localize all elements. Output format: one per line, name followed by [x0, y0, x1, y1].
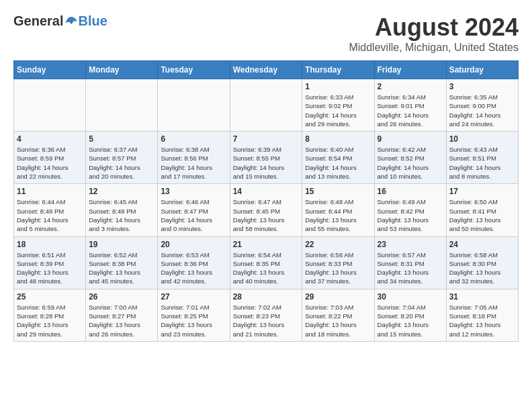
logo: General Blue [13, 13, 107, 29]
day-number: 26 [89, 292, 154, 302]
calendar-cell: 6Sunrise: 6:38 AM Sunset: 8:56 PM Daylig… [158, 132, 230, 184]
day-info: Sunrise: 6:42 AM Sunset: 8:52 PM Dayligh… [378, 145, 443, 181]
day-number: 3 [449, 82, 515, 91]
day-number: 19 [89, 240, 154, 249]
calendar-cell: 23Sunrise: 6:57 AM Sunset: 8:31 PM Dayli… [374, 236, 446, 289]
day-number: 5 [89, 134, 154, 144]
day-info: Sunrise: 6:36 AM Sunset: 8:59 PM Dayligh… [17, 145, 83, 181]
day-info: Sunrise: 6:56 AM Sunset: 8:33 PM Dayligh… [305, 250, 371, 286]
day-info: Sunrise: 7:05 AM Sunset: 8:18 PM Dayligh… [449, 303, 515, 338]
calendar-cell: 9Sunrise: 6:42 AM Sunset: 8:52 PM Daylig… [374, 132, 446, 184]
calendar-cell: 20Sunrise: 6:53 AM Sunset: 8:36 PM Dayli… [158, 236, 230, 289]
day-info: Sunrise: 6:45 AM Sunset: 8:48 PM Dayligh… [89, 197, 154, 233]
day-info: Sunrise: 6:39 AM Sunset: 8:55 PM Dayligh… [233, 145, 300, 181]
day-info: Sunrise: 6:58 AM Sunset: 8:30 PM Dayligh… [449, 250, 515, 286]
calendar-cell: 15Sunrise: 6:48 AM Sunset: 8:44 PM Dayli… [302, 184, 374, 236]
weekday-header-saturday: Saturday [446, 61, 518, 79]
day-info: Sunrise: 6:46 AM Sunset: 8:47 PM Dayligh… [161, 197, 226, 233]
calendar-cell: 10Sunrise: 6:43 AM Sunset: 8:51 PM Dayli… [446, 132, 518, 184]
day-info: Sunrise: 7:04 AM Sunset: 8:20 PM Dayligh… [378, 303, 443, 338]
day-number: 15 [305, 187, 371, 196]
day-info: Sunrise: 6:38 AM Sunset: 8:56 PM Dayligh… [161, 145, 226, 181]
day-number: 23 [378, 240, 443, 249]
day-number: 16 [378, 187, 443, 196]
calendar-cell: 14Sunrise: 6:47 AM Sunset: 8:45 PM Dayli… [230, 184, 302, 236]
day-info: Sunrise: 6:40 AM Sunset: 8:54 PM Dayligh… [305, 145, 371, 181]
day-number: 21 [233, 240, 300, 249]
calendar-cell [86, 79, 158, 132]
day-info: Sunrise: 6:51 AM Sunset: 8:39 PM Dayligh… [17, 250, 83, 286]
day-number: 8 [305, 134, 371, 144]
calendar-week-row: 1Sunrise: 6:33 AM Sunset: 9:02 PM Daylig… [14, 79, 519, 132]
calendar-cell: 16Sunrise: 6:49 AM Sunset: 8:42 PM Dayli… [374, 184, 446, 236]
day-info: Sunrise: 6:34 AM Sunset: 9:01 PM Dayligh… [378, 93, 443, 128]
weekday-header-sunday: Sunday [14, 61, 86, 79]
day-info: Sunrise: 6:33 AM Sunset: 9:02 PM Dayligh… [305, 93, 371, 128]
calendar-cell: 4Sunrise: 6:36 AM Sunset: 8:59 PM Daylig… [14, 132, 86, 184]
day-info: Sunrise: 6:59 AM Sunset: 8:28 PM Dayligh… [17, 303, 83, 338]
calendar-cell: 12Sunrise: 6:45 AM Sunset: 8:48 PM Dayli… [86, 184, 158, 236]
weekday-header-monday: Monday [86, 61, 158, 79]
calendar-cell: 17Sunrise: 6:50 AM Sunset: 8:41 PM Dayli… [446, 184, 518, 236]
month-title: August 2024 [349, 13, 519, 42]
calendar-table: SundayMondayTuesdayWednesdayThursdayFrid… [13, 60, 519, 342]
calendar-cell: 27Sunrise: 7:01 AM Sunset: 8:25 PM Dayli… [158, 289, 230, 341]
day-info: Sunrise: 6:37 AM Sunset: 8:57 PM Dayligh… [89, 145, 154, 181]
day-number: 28 [233, 292, 300, 302]
day-number: 2 [378, 82, 443, 91]
calendar-cell: 28Sunrise: 7:02 AM Sunset: 8:23 PM Dayli… [230, 289, 302, 341]
location: Middleville, Michigan, United States [349, 42, 519, 54]
day-number: 27 [161, 292, 226, 302]
day-number: 17 [449, 187, 515, 196]
day-number: 31 [449, 292, 515, 302]
day-info: Sunrise: 6:48 AM Sunset: 8:44 PM Dayligh… [305, 197, 371, 233]
day-number: 25 [17, 292, 83, 302]
weekday-header-row: SundayMondayTuesdayWednesdayThursdayFrid… [14, 61, 519, 79]
weekday-header-wednesday: Wednesday [230, 61, 302, 79]
day-number: 22 [305, 240, 371, 249]
calendar-cell: 13Sunrise: 6:46 AM Sunset: 8:47 PM Dayli… [158, 184, 230, 236]
calendar-cell: 8Sunrise: 6:40 AM Sunset: 8:54 PM Daylig… [302, 132, 374, 184]
day-number: 13 [161, 187, 226, 196]
calendar-cell: 30Sunrise: 7:04 AM Sunset: 8:20 PM Dayli… [374, 289, 446, 341]
day-info: Sunrise: 6:53 AM Sunset: 8:36 PM Dayligh… [161, 250, 226, 286]
day-number: 6 [161, 134, 226, 144]
logo-general-text: General [13, 13, 63, 29]
calendar-cell: 11Sunrise: 6:44 AM Sunset: 8:49 PM Dayli… [14, 184, 86, 236]
day-number: 7 [233, 134, 300, 144]
logo-bird-icon [64, 15, 78, 28]
day-number: 14 [233, 187, 300, 196]
calendar-cell [230, 79, 302, 132]
calendar-cell: 3Sunrise: 6:35 AM Sunset: 9:00 PM Daylig… [446, 79, 518, 132]
day-info: Sunrise: 6:43 AM Sunset: 8:51 PM Dayligh… [449, 145, 515, 181]
day-number: 24 [449, 240, 515, 249]
calendar-cell: 1Sunrise: 6:33 AM Sunset: 9:02 PM Daylig… [302, 79, 374, 132]
calendar-cell: 24Sunrise: 6:58 AM Sunset: 8:30 PM Dayli… [446, 236, 518, 289]
day-info: Sunrise: 6:54 AM Sunset: 8:35 PM Dayligh… [233, 250, 300, 286]
calendar-week-row: 18Sunrise: 6:51 AM Sunset: 8:39 PM Dayli… [14, 236, 519, 289]
day-info: Sunrise: 6:47 AM Sunset: 8:45 PM Dayligh… [233, 197, 300, 233]
day-number: 4 [17, 134, 83, 144]
day-info: Sunrise: 7:01 AM Sunset: 8:25 PM Dayligh… [161, 303, 226, 338]
calendar-cell [14, 79, 86, 132]
weekday-header-friday: Friday [374, 61, 446, 79]
calendar-cell: 26Sunrise: 7:00 AM Sunset: 8:27 PM Dayli… [86, 289, 158, 341]
day-info: Sunrise: 6:44 AM Sunset: 8:49 PM Dayligh… [17, 197, 83, 233]
day-number: 18 [17, 240, 83, 249]
day-number: 9 [378, 134, 443, 144]
calendar-week-row: 25Sunrise: 6:59 AM Sunset: 8:28 PM Dayli… [14, 289, 519, 341]
calendar-cell: 5Sunrise: 6:37 AM Sunset: 8:57 PM Daylig… [86, 132, 158, 184]
calendar-week-row: 4Sunrise: 6:36 AM Sunset: 8:59 PM Daylig… [14, 132, 519, 184]
calendar-week-row: 11Sunrise: 6:44 AM Sunset: 8:49 PM Dayli… [14, 184, 519, 236]
day-number: 12 [89, 187, 154, 196]
calendar-cell: 2Sunrise: 6:34 AM Sunset: 9:01 PM Daylig… [374, 79, 446, 132]
day-info: Sunrise: 6:50 AM Sunset: 8:41 PM Dayligh… [449, 197, 515, 233]
day-number: 11 [17, 187, 83, 196]
day-number: 20 [161, 240, 226, 249]
weekday-header-tuesday: Tuesday [158, 61, 230, 79]
day-info: Sunrise: 7:00 AM Sunset: 8:27 PM Dayligh… [89, 303, 154, 338]
calendar-cell: 21Sunrise: 6:54 AM Sunset: 8:35 PM Dayli… [230, 236, 302, 289]
title-section: August 2024 Middleville, Michigan, Unite… [349, 13, 519, 54]
day-info: Sunrise: 6:57 AM Sunset: 8:31 PM Dayligh… [378, 250, 443, 286]
logo-blue-text: Blue [78, 13, 107, 29]
